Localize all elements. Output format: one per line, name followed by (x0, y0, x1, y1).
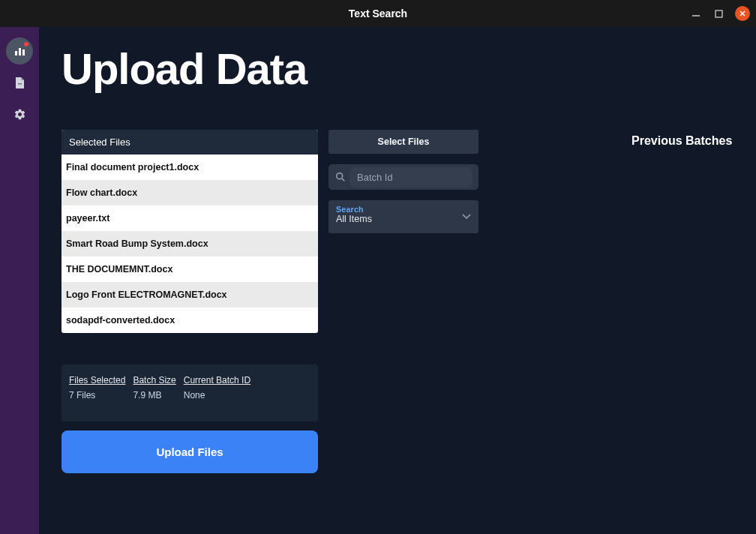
file-row[interactable]: payeer.txt (62, 206, 318, 231)
file-icon (14, 76, 26, 89)
sidebar-item-settings[interactable] (6, 100, 33, 128)
search-select[interactable]: Search All Items (328, 200, 478, 233)
search-select-label: Search (336, 205, 471, 214)
search-select-value: All Items (336, 214, 471, 224)
svg-rect-6 (22, 50, 25, 56)
stat-value: 7 Files (69, 390, 125, 400)
batch-id-input-wrap (328, 164, 478, 190)
bar-chart-icon (14, 45, 26, 57)
file-row[interactable]: Flow chart.docx (62, 180, 318, 206)
stats-box: Files Selected 7 Files Batch Size 7.9 MB… (62, 364, 318, 422)
select-files-button[interactable]: Select Files (328, 130, 478, 154)
content-row: Selected Files Final document project1.d… (62, 130, 734, 473)
sidebar-item-files[interactable] (6, 69, 33, 96)
page-title: Upload Data (62, 44, 734, 94)
selected-files-panel: Selected Files Final document project1.d… (62, 130, 318, 333)
window-controls (690, 6, 750, 21)
file-list: Final document project1.docxFlow chart.d… (62, 154, 318, 333)
app-body: Upload Data Selected Files Final documen… (0, 27, 756, 534)
selected-files-header: Selected Files (62, 130, 318, 154)
stat-current-batch-id: Current Batch ID None (184, 375, 250, 411)
titlebar: Text Search (0, 0, 756, 27)
file-row[interactable]: sodapdf-converted.docx (62, 308, 318, 333)
window-title: Text Search (349, 8, 407, 20)
minimize-button[interactable] (690, 8, 702, 20)
stat-label: Files Selected (69, 375, 125, 386)
close-button[interactable] (735, 6, 750, 21)
stat-value: 7.9 MB (133, 390, 176, 400)
file-row[interactable]: Final document project1.docx (62, 154, 318, 180)
chevron-down-icon (462, 214, 471, 220)
svg-rect-5 (19, 48, 21, 56)
maximize-button[interactable] (712, 8, 724, 20)
gear-icon (14, 108, 26, 121)
stat-value: None (184, 390, 250, 400)
previous-batches-header: Previous Batches (489, 130, 734, 148)
svg-rect-1 (716, 10, 722, 17)
svg-line-9 (342, 178, 344, 181)
notification-dot-icon (24, 42, 28, 46)
stat-batch-size: Batch Size 7.9 MB (133, 375, 176, 411)
stat-label: Batch Size (133, 375, 176, 386)
upload-files-button[interactable]: Upload Files (62, 430, 318, 473)
svg-rect-7 (18, 83, 22, 85)
column-middle: Select Files Search All Items (328, 130, 478, 473)
stat-label: Current Batch ID (184, 375, 250, 386)
file-row[interactable]: THE DOCUMEMNT.docx (62, 256, 318, 282)
main-content: Upload Data Selected Files Final documen… (39, 27, 756, 534)
svg-point-8 (337, 173, 343, 179)
file-row[interactable]: Smart Road Bump System.docx (62, 231, 318, 256)
sidebar-item-dashboard[interactable] (6, 38, 33, 64)
batch-id-input[interactable] (350, 167, 472, 188)
stat-files-selected: Files Selected 7 Files (69, 375, 125, 411)
search-icon (334, 171, 346, 183)
sidebar (0, 27, 39, 534)
svg-rect-4 (15, 51, 17, 56)
column-right: Previous Batches (489, 130, 734, 473)
column-left: Selected Files Final document project1.d… (62, 130, 318, 473)
file-row[interactable]: Logo Front ELECTROMAGNET.docx (62, 282, 318, 308)
